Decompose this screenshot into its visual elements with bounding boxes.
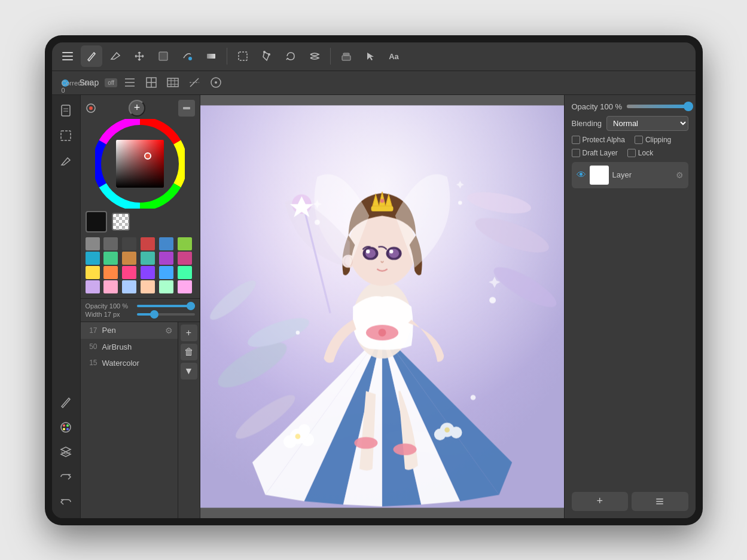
svg-point-95 xyxy=(444,427,450,432)
svg-point-73 xyxy=(374,206,376,209)
svg-rect-10 xyxy=(343,53,349,55)
opacity-track[interactable] xyxy=(137,305,195,307)
palette-color-21[interactable] xyxy=(122,280,136,293)
protect-alpha-checkbox[interactable] xyxy=(572,136,580,144)
color-wheel[interactable] xyxy=(95,119,185,209)
clipping-group[interactable]: Clipping xyxy=(635,136,671,144)
svg-rect-1 xyxy=(62,56,73,57)
correction-label: Correction 0 xyxy=(62,79,92,94)
palette-color-15[interactable] xyxy=(122,266,136,279)
fill-shape-button[interactable] xyxy=(153,45,174,67)
palette-color-22[interactable] xyxy=(141,280,155,293)
palette-color-10[interactable] xyxy=(141,252,155,265)
palette-color-12[interactable] xyxy=(178,252,192,265)
transform-button[interactable] xyxy=(256,45,278,67)
palette-color-2[interactable] xyxy=(103,237,118,250)
warp-button[interactable] xyxy=(304,45,325,67)
palette-color-1[interactable] xyxy=(86,237,100,250)
select-sidebar-icon[interactable] xyxy=(55,125,77,146)
lasso-button[interactable] xyxy=(280,45,301,67)
pen-tool-button[interactable] xyxy=(81,45,102,67)
palette-color-20[interactable] xyxy=(103,280,118,293)
select-rect-button[interactable] xyxy=(232,45,254,67)
snap-off-badge[interactable]: off xyxy=(105,78,117,87)
palette-sidebar-icon[interactable] xyxy=(55,417,77,438)
layers-sidebar-icon[interactable] xyxy=(55,442,77,463)
lock-label: Lock xyxy=(638,149,653,157)
palette-color-23[interactable] xyxy=(159,280,173,293)
add-brush-button[interactable]: + xyxy=(181,325,197,341)
palette-color-11[interactable] xyxy=(159,252,173,265)
palette-color-14[interactable] xyxy=(103,266,118,279)
color-menu-button[interactable] xyxy=(178,100,195,117)
undo-sidebar-icon[interactable] xyxy=(55,492,77,513)
palette-color-24[interactable] xyxy=(178,280,192,293)
layer-visibility-icon[interactable]: 👁 xyxy=(577,170,586,180)
layer-button[interactable] xyxy=(336,45,357,67)
palette-color-16[interactable] xyxy=(141,266,155,279)
pen-sidebar-icon[interactable] xyxy=(55,391,77,413)
snap-line-btn[interactable] xyxy=(185,74,203,91)
add-color-button[interactable]: + xyxy=(129,100,145,117)
snap-circle-btn[interactable] xyxy=(207,74,225,91)
redo-sidebar-icon[interactable] xyxy=(55,467,77,488)
layer-options-button[interactable] xyxy=(632,492,688,511)
delete-brush-button[interactable]: 🗑 xyxy=(181,344,197,360)
foreground-swatch[interactable] xyxy=(86,211,107,232)
text-tool-button[interactable]: Aa xyxy=(383,45,405,67)
svg-point-72 xyxy=(380,198,384,203)
width-track[interactable] xyxy=(137,313,195,316)
palette-color-8[interactable] xyxy=(103,252,118,265)
brush-item-airbrush[interactable]: 50 AirBrush xyxy=(81,339,178,355)
eraser-tool-button[interactable] xyxy=(105,45,126,67)
palette-color-7[interactable] xyxy=(86,252,100,265)
palette-color-6[interactable] xyxy=(178,237,192,250)
palette-color-5[interactable] xyxy=(159,237,173,250)
background-swatch[interactable] xyxy=(112,213,130,231)
blending-mode-select[interactable]: Normal xyxy=(606,116,688,131)
brush-item-pen[interactable]: 17 Pen ⚙ xyxy=(81,322,178,339)
draft-layer-group[interactable]: Draft Layer xyxy=(572,149,618,157)
palette-color-3[interactable] xyxy=(122,237,136,250)
blending-row: Blending Normal xyxy=(572,116,688,131)
layer-item[interactable]: 👁 Layer ⚙ xyxy=(572,162,688,188)
palette-color-18[interactable] xyxy=(178,266,192,279)
move-tool-button[interactable] xyxy=(129,45,150,67)
palette-color-9[interactable] xyxy=(122,252,136,265)
color-picker-icon[interactable] xyxy=(86,103,96,114)
layer-settings-icon[interactable]: ⚙ xyxy=(676,170,684,180)
draft-layer-checkbox[interactable] xyxy=(572,149,580,157)
svg-point-34 xyxy=(63,428,65,430)
cursor-tool-button[interactable] xyxy=(359,45,381,67)
gradient-tool-button[interactable] xyxy=(200,45,222,67)
lock-group[interactable]: Lock xyxy=(627,149,653,157)
palette-color-13[interactable] xyxy=(86,266,100,279)
clipping-checkbox[interactable] xyxy=(635,136,643,144)
eraser-sidebar-icon[interactable] xyxy=(55,150,77,172)
move-brush-button[interactable]: ▼ xyxy=(181,363,197,380)
draft-lock-row: Draft Layer Lock xyxy=(572,149,688,157)
brush-num-watercolor: 15 xyxy=(86,359,97,367)
svg-point-31 xyxy=(63,424,65,427)
blending-label: Blending xyxy=(572,119,602,128)
canvas-area[interactable] xyxy=(200,95,564,518)
pen-settings-btn[interactable]: ⚙ xyxy=(165,326,173,335)
opacity-slider[interactable] xyxy=(627,105,688,108)
bucket-tool-button[interactable] xyxy=(176,45,198,67)
svg-point-30 xyxy=(61,423,71,432)
palette-color-17[interactable] xyxy=(159,266,173,279)
protect-alpha-group[interactable]: Protect Alpha xyxy=(572,136,625,144)
snap-lines-btn[interactable] xyxy=(121,74,139,91)
snap-border-btn[interactable] xyxy=(164,74,182,91)
svg-point-7 xyxy=(263,51,266,53)
lock-checkbox[interactable] xyxy=(627,149,636,157)
brush-item-watercolor[interactable]: 15 Watercolor xyxy=(81,355,178,371)
palette-color-4[interactable] xyxy=(141,237,155,250)
palette-color-19[interactable] xyxy=(86,280,100,293)
svg-point-85 xyxy=(295,331,300,335)
snap-grid-btn[interactable] xyxy=(142,74,160,91)
new-file-icon[interactable] xyxy=(55,100,77,121)
add-layer-button[interactable]: + xyxy=(572,492,629,511)
opacity-slider-row: Opacity 100 % xyxy=(86,302,195,310)
menu-button[interactable] xyxy=(57,45,78,67)
